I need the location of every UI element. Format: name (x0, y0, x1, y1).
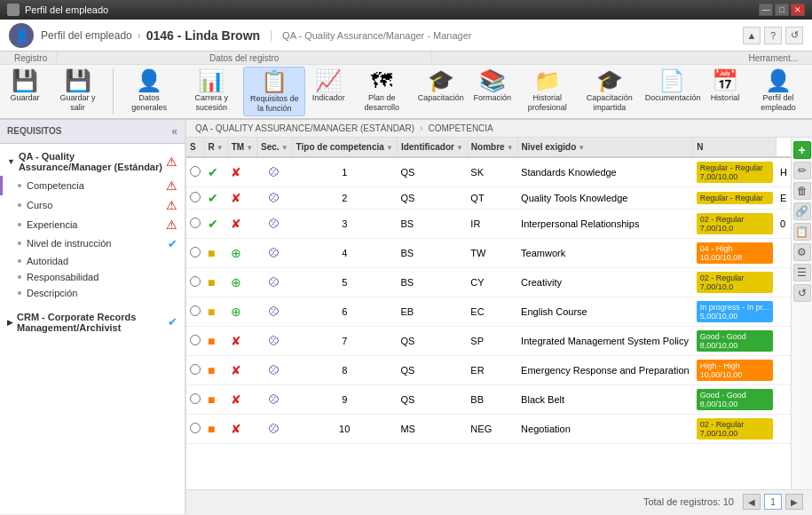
toolbar-save-exit-button[interactable]: 💾 Guardar y salir (48, 67, 107, 116)
page-next-button[interactable]: ▶ (785, 494, 803, 510)
row-select-radio[interactable] (190, 305, 201, 316)
toolbar-plan-label: Plan de desarrollo (357, 93, 406, 113)
col-r: R▼ (204, 138, 227, 157)
row-select-radio[interactable] (190, 192, 201, 202)
toolbar-perfil-button[interactable]: 👤 Perfil del empleado (748, 67, 808, 116)
cell-sec-icon: ⛒ (257, 157, 293, 187)
edit-button[interactable]: ✏ (793, 162, 811, 179)
link-button[interactable]: 🔗 (793, 202, 811, 220)
cell-nombre: Quality Tools Knowledge (517, 186, 693, 209)
toolbar-datos-generales-button[interactable]: 👤 Datos generales (119, 67, 179, 116)
toolbar-requisitos-label: Requisitos de la función (249, 94, 299, 114)
sidebar-item-experiencia[interactable]: Experiencia ⚠ (0, 215, 185, 234)
sort-tipo-icon: ▼ (386, 144, 393, 152)
sidebar-item-nivel-badge: ✔ (168, 237, 177, 250)
table-row[interactable]: ✔ ✘ ⛒ 1 QS SK Standards Knowledge Regula… (186, 157, 791, 187)
toolbar-plan-button[interactable]: 🗺 Plan de desarrollo (351, 67, 412, 116)
sidebar-item-curso[interactable]: Curso ⚠ (0, 195, 185, 215)
row-select-radio[interactable] (190, 276, 201, 287)
table-row[interactable]: ■ ⊕ ⛒ 4 BS TW Teamwork 04 - High10,00/10… (186, 238, 791, 267)
cell-nombre: Teamwork (517, 238, 693, 267)
sidebar-group-qa-header[interactable]: ▼ QA - Quality Assurance/Manager (Estánd… (0, 147, 185, 176)
cell-tipo: QS (397, 384, 467, 414)
delete-button[interactable]: 🗑 (793, 182, 811, 200)
cell-n: H (777, 157, 791, 187)
toolbar-formacion-button[interactable]: 📚 Formación (469, 67, 516, 116)
orange-sq-icon: ■ (208, 363, 215, 377)
toolbar-requisitos-button[interactable]: 📋 Requisitos de la función (243, 67, 305, 116)
table-container[interactable]: S R▼ TM▼ Sec.▼ Tipo de competencia▼ Iden… (186, 138, 791, 489)
refresh-row-button[interactable]: ↺ (793, 284, 811, 302)
header-actions[interactable]: ▲ ? ↺ (743, 27, 803, 44)
sidebar-group-crm-label: CRM - Corporate Records Management/Archi… (17, 312, 164, 333)
toolbar-historial2-button[interactable]: 📅 Historial (704, 67, 746, 116)
cell-sec-icon: ⛒ (257, 238, 293, 267)
sidebar-item-responsabilidad[interactable]: Responsabilidad (0, 269, 185, 285)
page-prev-button[interactable]: ◀ (743, 494, 761, 510)
close-button[interactable]: ✕ (791, 4, 805, 16)
maximize-button[interactable]: □ (775, 4, 789, 16)
cell-n (777, 355, 791, 384)
green-check-icon: ✔ (208, 165, 218, 179)
sidebar-collapse-button[interactable]: « (171, 125, 177, 138)
row-select-radio[interactable] (190, 247, 201, 258)
cell-tm: ✘ (227, 414, 256, 443)
sidebar-item-dot (18, 223, 21, 226)
red-x-icon: ✘ (231, 392, 241, 407)
pagination[interactable]: ◀ 1 ▶ (743, 494, 803, 510)
row-select-radio[interactable] (190, 423, 201, 433)
toolbar-save-button[interactable]: 💾 Guardar (4, 67, 46, 116)
sidebar-item-competencia[interactable]: Competencia ⚠ (0, 176, 185, 195)
window-controls[interactable]: — □ ✕ (759, 4, 805, 16)
green-plus-icon: ⊕ (231, 305, 241, 319)
sidebar-group-crm-header[interactable]: ▶ CRM - Corporate Records Management/Arc… (0, 308, 185, 337)
toolbar-indicador-button[interactable]: 📈 Indicador (307, 67, 350, 116)
add-row-button[interactable]: + (793, 141, 811, 159)
cell-nombre: Creativity (517, 267, 693, 297)
plan-icon: 🗺 (371, 69, 392, 92)
toolbar-carrera-button[interactable]: 📊 Carrera y sucesión (181, 67, 241, 116)
row-select-radio[interactable] (190, 393, 201, 404)
sidebar-item-nivel[interactable]: Nivel de instrucción ✔ (0, 234, 185, 253)
toolbar-capacitacion-button[interactable]: 🎓 Capacitación (414, 67, 468, 116)
copy-button[interactable]: 📋 (793, 223, 811, 241)
refresh-button[interactable]: ↺ (785, 27, 803, 44)
sidebar-item-autoridad[interactable]: Autoridad (0, 253, 185, 269)
cell-sec: 2 (292, 186, 397, 209)
sidebar-group-qa: ▼ QA - Quality Assurance/Manager (Estánd… (0, 144, 185, 305)
cell-id: TW (467, 238, 517, 267)
titlebar: Perfil del empleado — □ ✕ (0, 0, 812, 20)
toolbar-historial-button[interactable]: 📁 Historial profesional (517, 67, 578, 116)
sidebar-item-descripcion[interactable]: Descripción (0, 285, 185, 301)
minimize-button[interactable]: — (759, 4, 773, 16)
table-row[interactable]: ■ ✘ ⛒ 10 MS NEG Negotiation 02 - Regular… (186, 414, 791, 443)
table-row[interactable]: ✔ ✘ ⛒ 2 QS QT Quality Tools Knowledge Re… (186, 186, 791, 209)
list-button[interactable]: ☰ (793, 264, 811, 281)
toolbar-cap-impartida-button[interactable]: 🎓 Capacitación impartida (579, 67, 640, 116)
sidebar-item-dot (18, 203, 21, 207)
table-row[interactable]: ■ ⊕ ⛒ 5 BS CY Creativity 02 - Regular7,0… (186, 267, 791, 297)
settings-button[interactable]: ⚙ (793, 243, 811, 261)
row-select-radio[interactable] (190, 335, 201, 345)
carrera-icon: 📊 (198, 69, 225, 92)
page-current[interactable]: 1 (764, 494, 782, 510)
collapse-button[interactable]: ▲ (743, 27, 761, 44)
red-x-icon: ✘ (231, 191, 241, 205)
row-select-radio[interactable] (190, 218, 201, 228)
cell-s (186, 186, 204, 209)
toolbar-documentacion-button[interactable]: 📄 Documentación (642, 67, 702, 116)
help-button[interactable]: ? (764, 27, 782, 44)
table-row[interactable]: ✔ ✘ ⛒ 3 BS IR Interpersonal Relationship… (186, 209, 791, 238)
row-select-radio[interactable] (190, 364, 201, 375)
orange-sq-icon: ■ (208, 422, 215, 436)
cell-nivel: Regular - Regular7,00/10,00 (693, 157, 777, 187)
cell-sec-icon: ⛒ (257, 326, 293, 355)
table-row[interactable]: ■ ✘ ⛒ 9 QS BB Black Belt Good - Good8,00… (186, 384, 791, 414)
table-row[interactable]: ■ ✘ ⛒ 8 QS ER Emergency Response and Pre… (186, 355, 791, 384)
table-row[interactable]: ■ ✘ ⛒ 7 QS SP Integrated Management Syst… (186, 326, 791, 355)
row-select-radio[interactable] (190, 166, 201, 177)
cell-sec-icon: ⛒ (257, 297, 293, 326)
toolbar-items-row: 💾 Guardar 💾 Guardar y salir 👤 Datos gene… (0, 65, 812, 118)
table-row[interactable]: ■ ⊕ ⛒ 6 EB EC English Course In progress… (186, 297, 791, 326)
green-plus-icon: ⊕ (231, 275, 241, 289)
